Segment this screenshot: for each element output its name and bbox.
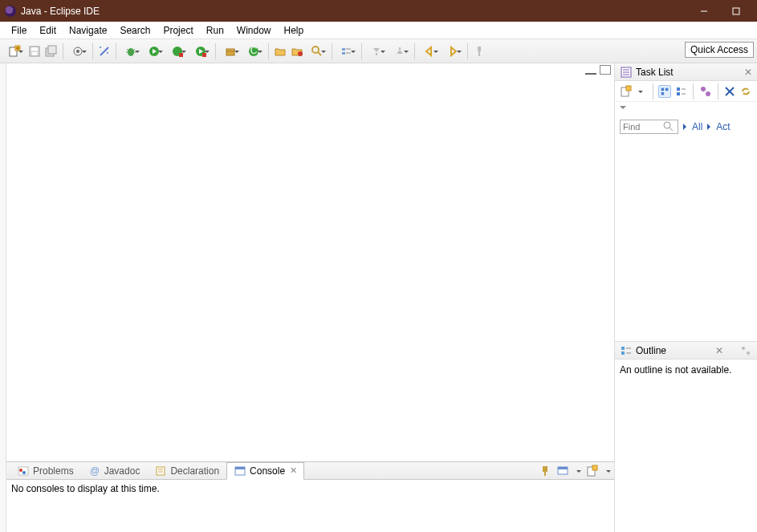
task-find-box[interactable] xyxy=(620,120,678,134)
menu-edit[interactable]: Edit xyxy=(33,23,63,38)
svg-rect-34 xyxy=(342,52,345,55)
open-folder-button[interactable] xyxy=(272,43,288,60)
pin-button[interactable] xyxy=(471,43,487,60)
wand-button[interactable] xyxy=(96,43,112,60)
svg-rect-55 xyxy=(592,465,597,470)
svg-line-11 xyxy=(100,47,108,55)
toggle-breadcrumb-button[interactable] xyxy=(336,43,358,60)
open-console-icon[interactable] xyxy=(586,465,599,477)
new-button[interactable] xyxy=(3,43,26,60)
svg-rect-64 xyxy=(661,91,665,95)
chevron-down-icon[interactable] xyxy=(638,91,643,95)
svg-point-43 xyxy=(22,471,26,474)
menu-navigate[interactable]: Navigate xyxy=(63,23,113,38)
svg-point-13 xyxy=(107,52,108,54)
collapse-all-icon[interactable] xyxy=(723,85,736,98)
search-button[interactable] xyxy=(306,43,328,60)
menu-help[interactable]: Help xyxy=(278,23,311,38)
svg-rect-53 xyxy=(558,467,568,469)
task-find-input[interactable] xyxy=(623,122,660,132)
back-button[interactable] xyxy=(418,43,441,60)
forward-button[interactable] xyxy=(442,43,464,60)
bottom-panel: Problems @ Javadoc Declaration Console ✕ xyxy=(6,461,614,532)
maximize-button[interactable] xyxy=(720,0,752,22)
tab-declaration-label: Declaration xyxy=(170,465,219,477)
bottom-right-tools xyxy=(539,465,611,477)
close-icon[interactable]: ✕ xyxy=(290,465,297,476)
menu-window[interactable]: Window xyxy=(230,23,278,38)
svg-rect-33 xyxy=(342,48,345,51)
save-all-button[interactable] xyxy=(43,43,59,60)
close-icon[interactable]: ✕ xyxy=(715,345,723,356)
menu-file[interactable]: File xyxy=(5,23,33,38)
close-icon[interactable]: ✕ xyxy=(744,67,752,78)
task-list-toolbar xyxy=(615,81,757,102)
open-task-button[interactable] xyxy=(289,43,305,60)
console-icon xyxy=(234,465,246,477)
svg-point-69 xyxy=(701,87,706,91)
run-icon xyxy=(148,45,161,58)
task-filter-all[interactable]: All xyxy=(683,121,702,132)
maximize-view-button[interactable] xyxy=(600,65,611,75)
menu-search[interactable]: Search xyxy=(113,23,157,38)
chevron-down-icon[interactable] xyxy=(576,470,581,475)
outline-view: Outline ✕ An outline is not available. xyxy=(615,341,757,532)
class-icon: C xyxy=(247,45,260,58)
new-icon xyxy=(8,45,21,58)
svg-rect-24 xyxy=(202,53,206,57)
svg-point-21 xyxy=(173,47,182,56)
menu-project[interactable]: Project xyxy=(157,23,199,38)
debug-button[interactable] xyxy=(120,43,142,60)
tab-javadoc[interactable]: @ Javadoc xyxy=(81,462,148,480)
task-filter-activate[interactable]: Act xyxy=(707,121,730,132)
next-annotation-button[interactable] xyxy=(365,43,388,60)
synchronize-icon[interactable] xyxy=(739,85,752,98)
toolbar-separator xyxy=(361,43,362,59)
new-java-class-button[interactable]: C xyxy=(242,43,265,60)
prev-annotation-button[interactable] xyxy=(389,43,411,60)
folder-open-icon xyxy=(274,45,287,58)
tab-problems[interactable]: Problems xyxy=(10,462,81,480)
svg-rect-67 xyxy=(677,92,680,95)
open-type-icon xyxy=(71,45,84,58)
tab-problems-label: Problems xyxy=(33,465,74,477)
new-java-package-button[interactable] xyxy=(219,43,242,60)
tab-console[interactable]: Console ✕ xyxy=(226,462,304,480)
outline-title: Outline xyxy=(636,345,712,356)
toolbar-separator xyxy=(215,43,216,59)
chevron-down-icon[interactable] xyxy=(606,470,611,475)
tab-declaration[interactable]: Declaration xyxy=(147,462,226,480)
task-collapse-row[interactable] xyxy=(615,102,757,116)
open-type-button[interactable] xyxy=(67,43,89,60)
schedule-icon[interactable] xyxy=(674,85,687,98)
task-list-header: Task List ✕ xyxy=(615,63,757,81)
menu-run[interactable]: Run xyxy=(200,23,230,38)
eclipse-logo-icon xyxy=(5,6,16,17)
svg-rect-76 xyxy=(621,351,625,355)
quick-access[interactable]: Quick Access xyxy=(685,42,754,58)
pin-icon xyxy=(473,45,486,58)
svg-rect-50 xyxy=(543,466,547,472)
tab-console-label: Console xyxy=(250,465,285,477)
categorize-icon[interactable] xyxy=(658,85,671,98)
run-last-button[interactable] xyxy=(189,43,212,60)
back-icon xyxy=(423,45,436,58)
save-button[interactable] xyxy=(26,43,43,60)
svg-rect-61 xyxy=(626,86,631,91)
coverage-button[interactable] xyxy=(166,43,189,60)
svg-point-79 xyxy=(742,347,745,350)
svg-point-73 xyxy=(664,122,670,128)
run-button[interactable] xyxy=(143,43,165,60)
focus-icon[interactable] xyxy=(699,85,712,98)
svg-line-16 xyxy=(133,49,135,51)
prev-annotation-icon xyxy=(393,45,406,58)
pin-console-icon[interactable] xyxy=(539,465,551,477)
minimize-view-button[interactable] xyxy=(585,65,596,75)
display-console-icon[interactable] xyxy=(556,465,569,477)
svg-rect-8 xyxy=(48,46,56,54)
minimize-button[interactable] xyxy=(688,0,720,22)
package-icon xyxy=(224,45,237,58)
view-menu-icon[interactable] xyxy=(739,344,752,357)
svg-rect-62 xyxy=(661,87,665,91)
new-task-icon[interactable] xyxy=(620,85,633,98)
